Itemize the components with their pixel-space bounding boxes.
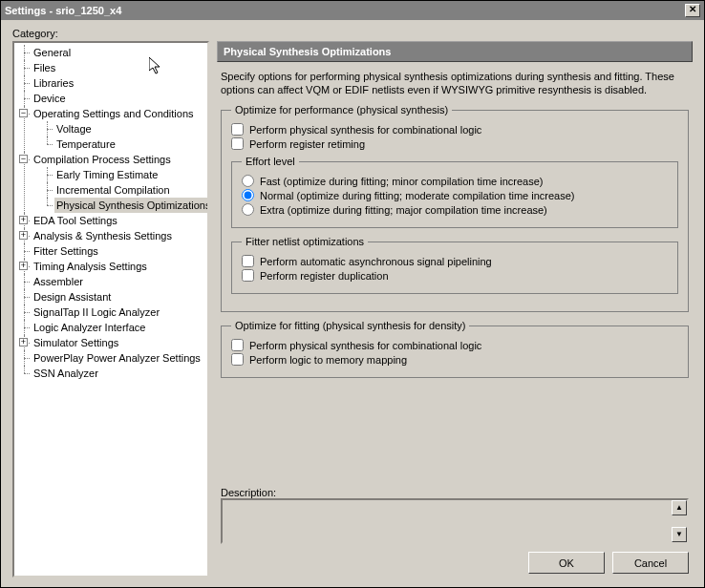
group-legend: Fitter netlist optimizations — [242, 236, 368, 247]
rad-normal[interactable] — [242, 189, 254, 201]
chk-label: Perform logic to memory mapping — [249, 354, 407, 366]
rad-label: Fast (optimize during fitting; minor com… — [260, 176, 544, 187]
ok-button[interactable]: OK — [528, 552, 605, 574]
group-optimize-performance: Optimize for performance (physical synth… — [221, 104, 689, 312]
tree-item-fitter[interactable]: Fitter Settings — [32, 243, 100, 259]
tree-item-analysis[interactable]: Analysis & Synthesis Settings — [32, 228, 174, 243]
description-label: Description: — [221, 487, 689, 498]
panel-title: Physical Synthesis Optimizations — [217, 41, 693, 62]
chk-label: Perform register retiming — [249, 138, 365, 150]
tree-item-operating[interactable]: Operating Settings and Conditions — [32, 106, 196, 121]
chk-register-retiming[interactable] — [231, 137, 244, 150]
rad-fast[interactable] — [242, 175, 254, 187]
rad-label: Extra (optimize during fitting; major co… — [260, 204, 547, 216]
chk-combinational-logic-fit[interactable] — [231, 339, 244, 351]
group-legend: Effort level — [242, 156, 299, 167]
tree-item-device[interactable]: Device — [32, 91, 68, 106]
tree-item-powerplay[interactable]: PowerPlay Power Analyzer Settings — [32, 350, 203, 366]
tree-item-compilation[interactable]: Compilation Process Settings — [32, 152, 173, 167]
button-row: OK Cancel — [221, 544, 689, 574]
tree-item-temperature[interactable]: Temperature — [54, 136, 118, 152]
description-area: Description: ▲ ▼ — [221, 487, 689, 544]
chk-register-duplication[interactable] — [242, 269, 254, 282]
tree-item-simulator[interactable]: Simulator Settings — [32, 335, 120, 350]
tree-item-voltage[interactable]: Voltage — [54, 121, 94, 136]
expander-icon[interactable]: + — [19, 231, 28, 240]
cancel-button[interactable]: Cancel — [612, 552, 689, 574]
tree-item-libraries[interactable]: Libraries — [32, 75, 75, 91]
chk-async-pipelining[interactable] — [242, 255, 254, 267]
chk-combinational-logic[interactable] — [231, 123, 244, 136]
rad-label: Normal (optimize during fitting; moderat… — [260, 190, 575, 201]
content-area: Category: General Files Libraries Device… — [1, 20, 704, 587]
panel-body: Specify options for performing physical … — [217, 62, 693, 578]
chk-label: Perform physical synthesis for combinati… — [249, 124, 481, 136]
category-tree[interactable]: General Files Libraries Device − Operati… — [12, 41, 209, 578]
tree-item-timing[interactable]: Timing Analysis Settings — [32, 259, 149, 274]
tree-item-eda[interactable]: EDA Tool Settings — [32, 213, 119, 228]
expander-icon[interactable]: + — [19, 216, 28, 224]
chk-label: Perform automatic asynchronous signal pi… — [260, 256, 492, 267]
settings-panel: Physical Synthesis Optimizations Specify… — [217, 41, 693, 578]
settings-window: Settings - srio_1250_x4 ✕ Category: Gene… — [0, 0, 705, 588]
tree-item-design-assist[interactable]: Design Assistant — [32, 289, 113, 304]
expander-icon[interactable]: + — [19, 262, 28, 270]
titlebar: Settings - srio_1250_x4 ✕ — [1, 1, 704, 20]
tree-item-phys-synth[interactable]: Physical Synthesis Optimizations — [54, 198, 209, 213]
tree-item-files[interactable]: Files — [32, 60, 57, 75]
scroll-up-icon[interactable]: ▲ — [672, 500, 687, 515]
chk-label: Perform register duplication — [260, 270, 389, 282]
chk-label: Perform physical synthesis for combinati… — [249, 340, 481, 351]
window-title: Settings - srio_1250_x4 — [5, 5, 121, 16]
expander-icon[interactable]: − — [19, 109, 28, 117]
tree-item-logic-analyzer[interactable]: Logic Analyzer Interface — [32, 320, 147, 335]
main-area: General Files Libraries Device − Operati… — [12, 41, 693, 578]
tree-item-assembler[interactable]: Assembler — [32, 274, 85, 289]
rad-extra[interactable] — [242, 203, 254, 216]
group-fitter-netlist: Fitter netlist optimizations Perform aut… — [231, 236, 678, 294]
tree-item-signaltap[interactable]: SignalTap II Logic Analyzer — [32, 304, 161, 320]
tree-item-general[interactable]: General — [32, 45, 73, 60]
tree-item-ssn[interactable]: SSN Analyzer — [32, 366, 100, 381]
scroll-down-icon[interactable]: ▼ — [672, 527, 687, 542]
panel-intro: Specify options for performing physical … — [221, 70, 689, 96]
close-button[interactable]: ✕ — [685, 4, 700, 17]
group-optimize-fitting: Optimize for fitting (physical synthesis… — [221, 320, 689, 378]
group-effort-level: Effort level Fast (optimize during fitti… — [231, 156, 678, 228]
tree-item-incremental[interactable]: Incremental Compilation — [54, 182, 172, 198]
expander-icon[interactable]: + — [19, 338, 28, 346]
group-legend: Optimize for fitting (physical synthesis… — [231, 320, 469, 331]
category-label: Category: — [12, 28, 693, 39]
chk-logic-memory-mapping[interactable] — [231, 353, 244, 366]
expander-icon[interactable]: − — [19, 155, 28, 163]
group-legend: Optimize for performance (physical synth… — [231, 104, 452, 116]
tree-item-early-timing[interactable]: Early Timing Estimate — [54, 167, 160, 182]
description-textbox[interactable]: ▲ ▼ — [221, 498, 689, 544]
